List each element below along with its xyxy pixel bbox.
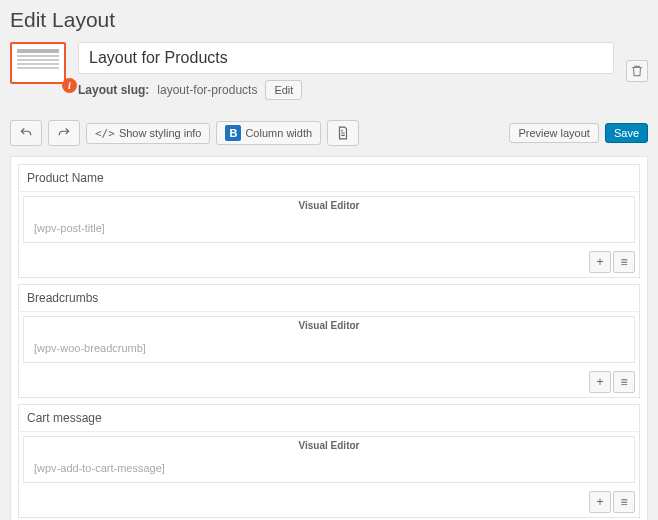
page-title: Edit Layout: [10, 8, 648, 32]
layout-title-input[interactable]: [78, 42, 614, 74]
info-icon[interactable]: i: [62, 78, 77, 93]
slug-value: layout-for-products: [157, 83, 257, 97]
cell-content: [wpv-post-title]: [24, 214, 634, 242]
block-product-name: Product Name Visual Editor [wpv-post-tit…: [18, 164, 640, 278]
cell-content: [wpv-woo-breadcrumb]: [24, 334, 634, 362]
cell[interactable]: Visual Editor [wpv-post-title]: [23, 196, 635, 243]
add-cell-button[interactable]: +: [589, 491, 611, 513]
slug-label: Layout slug:: [78, 83, 149, 97]
cell-content: [wpv-add-to-cart-message]: [24, 454, 634, 482]
block-title: Breadcrumbs: [19, 285, 639, 312]
save-button[interactable]: Save: [605, 123, 648, 143]
layout-panel: Product Name Visual Editor [wpv-post-tit…: [10, 156, 648, 520]
cell-type-label: Visual Editor: [24, 317, 634, 334]
bootstrap-icon: B: [225, 125, 241, 141]
code-icon: </>: [95, 127, 115, 140]
layout-thumbnail[interactable]: [10, 42, 66, 84]
block-breadcrumbs: Breadcrumbs Visual Editor [wpv-woo-bread…: [18, 284, 640, 398]
cell-list-button[interactable]: ≡: [613, 491, 635, 513]
cell-list-button[interactable]: ≡: [613, 251, 635, 273]
block-title: Product Name: [19, 165, 639, 192]
show-styling-button[interactable]: </>Show styling info: [86, 123, 210, 144]
cell-type-label: Visual Editor: [24, 437, 634, 454]
cell-list-button[interactable]: ≡: [613, 371, 635, 393]
block-title: Cart message: [19, 405, 639, 432]
cell-type-label: Visual Editor: [24, 197, 634, 214]
undo-button[interactable]: [10, 120, 42, 146]
add-cell-button[interactable]: +: [589, 371, 611, 393]
block-cart-message: Cart message Visual Editor [wpv-add-to-c…: [18, 404, 640, 518]
cell[interactable]: Visual Editor [wpv-woo-breadcrumb]: [23, 316, 635, 363]
document-button[interactable]: [327, 120, 359, 146]
edit-slug-button[interactable]: Edit: [265, 80, 302, 100]
redo-button[interactable]: [48, 120, 80, 146]
preview-layout-button[interactable]: Preview layout: [509, 123, 599, 143]
add-cell-button[interactable]: +: [589, 251, 611, 273]
column-width-button[interactable]: BColumn width: [216, 121, 321, 145]
trash-button[interactable]: [626, 60, 648, 82]
cell[interactable]: Visual Editor [wpv-add-to-cart-message]: [23, 436, 635, 483]
